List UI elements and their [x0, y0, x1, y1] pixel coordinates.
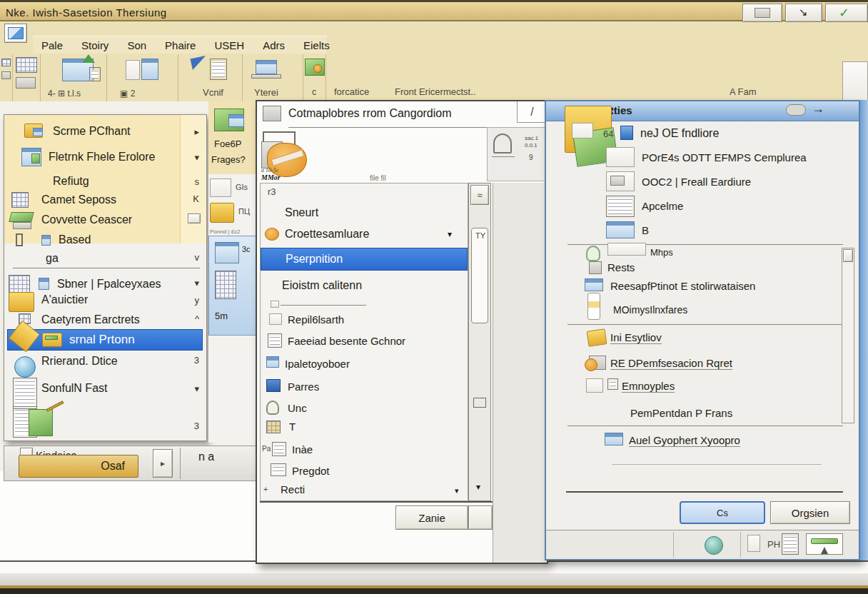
- panel-row[interactable]: MOimysIlnxfares: [567, 293, 854, 321]
- papers-status-icon[interactable]: [782, 533, 799, 555]
- menu-item-rrierand[interactable]: Rrierand. Dtice 3: [4, 352, 206, 373]
- menu-view[interactable]: Son: [127, 39, 146, 51]
- list-item[interactable]: Pa Inàe: [261, 441, 468, 459]
- toolbar-cell-photo[interactable]: c: [303, 54, 326, 101]
- panel-row[interactable]: 64 neJ OE fndliore: [600, 124, 854, 146]
- green-arrow-icon: [82, 54, 95, 63]
- toolbar-cell-windows[interactable]: ▣ 2: [107, 54, 178, 101]
- mid-strip: Foe6P Frages? GIs ПЦ Ponnd | £c2 3c 5m: [208, 101, 260, 443]
- toolbar-mini-column: [0, 54, 13, 101]
- list-item[interactable]: Parres: [261, 378, 468, 396]
- toolbar-cell-blueprint[interactable]: [13, 54, 41, 101]
- left-dropdown-menu: Scrme PCfhant ▸ Fletrnk Fhele Erolore ▾ …: [4, 114, 207, 441]
- menu-item-refiutg[interactable]: Refiutg s: [4, 173, 206, 191]
- zanie-button-side[interactable]: [468, 505, 493, 530]
- list-item-label: T: [289, 421, 296, 433]
- panel-row[interactable]: PemPentdan P Frans ▾: [567, 404, 854, 426]
- toolbar-cell-laptop[interactable]: Yterei: [243, 54, 303, 101]
- globe-status-icon[interactable]: [705, 536, 723, 555]
- row-label: RE DPemfsesacion Rqret: [610, 357, 732, 370]
- list-item[interactable]: Faeeiad besente Gchnor: [261, 332, 468, 351]
- toolbar-cell-flag-doc[interactable]: Vcnif: [178, 54, 243, 101]
- panel-row[interactable]: B M: [600, 221, 854, 243]
- panel-scrollbar[interactable]: [842, 248, 854, 423]
- menu-item-caetyrem[interactable]: Caetyrem Earctrets ^: [4, 312, 206, 329]
- mid-strip-label-2: Frages?: [211, 154, 246, 165]
- ok-button[interactable]: Cs: [680, 501, 765, 524]
- list-item[interactable]: + Recti ▾: [261, 482, 468, 499]
- strip-folder-label: ПЦ: [238, 207, 250, 216]
- list-item[interactable]: Sneurt: [261, 205, 468, 223]
- strip-folder-icon[interactable]: [210, 203, 234, 223]
- trail-glyph: K: [193, 193, 199, 204]
- menu-item-label: Scrme PCfhant: [53, 125, 130, 138]
- cd-icon[interactable]: [786, 104, 806, 116]
- cancel-button[interactable]: Orgsien: [770, 501, 850, 524]
- easel-status-icon[interactable]: [806, 533, 843, 555]
- monitor-icon: [585, 278, 603, 291]
- panel-row[interactable]: OOC2 | Freall Eardiure: [600, 171, 854, 194]
- window-back-icon: [126, 60, 140, 80]
- menu-insert[interactable]: Phaire: [165, 39, 196, 51]
- ok-button-label: Cs: [717, 508, 728, 518]
- scroll-mid-icon: [473, 398, 486, 408]
- list-item[interactable]: Repil6lsarth: [261, 312, 468, 329]
- scroll-down-icon[interactable]: ▾: [476, 482, 480, 492]
- menu-help[interactable]: Eielts: [303, 39, 330, 51]
- gis-thumb-icon[interactable]: [210, 178, 231, 197]
- menu-tools[interactable]: USEH: [214, 39, 244, 51]
- panel-row[interactable]: Rests: [567, 260, 854, 277]
- menu-item-aauictier[interactable]: A'auictier y: [4, 292, 206, 312]
- list-item[interactable]: Pregdot: [261, 462, 468, 480]
- footer-arrow-button[interactable]: ▸: [153, 449, 173, 478]
- app-logo-icon: [8, 27, 24, 39]
- menu-item-covvette[interactable]: Covvette Ceascer: [4, 211, 206, 232]
- title-bar[interactable]: Nke. Iwish-Sasetsion Thersiung ↘ ✓: [0, 0, 868, 21]
- menu-item-sonfuln[interactable]: SonfulN Fast ▾: [4, 378, 206, 402]
- toolbar-cell-import[interactable]: 4- ⊞ t.l.s: [41, 54, 107, 101]
- mini-cut-icon[interactable]: [1, 71, 11, 79]
- mini-grid-icon[interactable]: [1, 59, 11, 66]
- card-status-icon[interactable]: [747, 535, 760, 552]
- menu-item-based[interactable]: Based: [4, 232, 206, 251]
- menu-item-scrme[interactable]: Scrme PCfhant ▸: [4, 121, 206, 145]
- swoosh-icon[interactable]: →: [812, 101, 824, 116]
- app-icon[interactable]: [4, 24, 27, 43]
- panel-row[interactable]: Emnoyples: [567, 377, 854, 398]
- list-item-selected[interactable]: Pserpnition: [261, 248, 468, 271]
- panel-row[interactable]: Auel Gyophert Xyoopro: [567, 431, 854, 454]
- osaf-button[interactable]: Osaf: [19, 455, 138, 478]
- dialog-corner-button[interactable]: /: [517, 101, 547, 123]
- scroll-up-button[interactable]: ≈: [470, 185, 489, 205]
- panel-scroll-top-button[interactable]: [843, 249, 853, 262]
- menu-item-ga[interactable]: ga v: [4, 252, 206, 265]
- mid-strip-blue-block[interactable]: 3c 5m: [208, 236, 259, 336]
- window-button-check[interactable]: ✓: [825, 4, 868, 22]
- menu-item-book[interactable]: 3: [4, 405, 206, 441]
- panel-row[interactable]: RE DPemfsesacion Rqret: [567, 353, 854, 376]
- menu-item-camet[interactable]: Camet Seposs K: [4, 191, 206, 211]
- cards-small-icon: [607, 378, 618, 390]
- panel-row[interactable]: Apcelme: [600, 196, 854, 218]
- status-strip: PH: [546, 530, 859, 559]
- list-item[interactable]: Ipaletoyoboer: [261, 355, 468, 373]
- list-item[interactable]: T: [261, 419, 468, 438]
- menu-file[interactable]: Pale: [41, 39, 63, 51]
- dialog-scrollbar[interactable]: ≈ TY ▾: [468, 183, 491, 501]
- panel-row[interactable]: Ini Esytliov: [567, 328, 854, 350]
- scroll-thumb[interactable]: TY: [471, 228, 488, 323]
- list-item[interactable]: Unc: [261, 399, 468, 418]
- menu-item-fletrnk[interactable]: Fletrnk Fhele Erolore ▾: [4, 146, 206, 172]
- ribbon-right-panel: [842, 61, 868, 101]
- panel-row[interactable]: POrE4s ODTT EFMPS Cemplurea: [600, 147, 854, 170]
- menu-edit[interactable]: Stoiry: [81, 39, 108, 51]
- zanie-button[interactable]: Zanie: [395, 505, 468, 530]
- list-item[interactable]: Croettesamluare ▾: [261, 225, 468, 245]
- list-item[interactable]: Eioistm calitenn: [261, 278, 468, 296]
- laptop-base-icon: [251, 74, 281, 79]
- chevron-down-icon: ▾: [194, 278, 199, 288]
- menu-actions[interactable]: Adrs: [263, 39, 285, 51]
- window-button-restore[interactable]: [742, 4, 782, 22]
- window-button-arrow[interactable]: ↘: [785, 4, 822, 22]
- folder-window-icon: [33, 128, 43, 136]
